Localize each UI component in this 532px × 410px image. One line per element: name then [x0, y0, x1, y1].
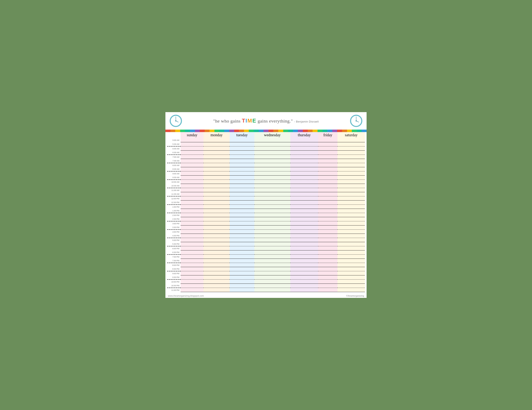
- schedule-cell[interactable]: [254, 250, 290, 255]
- schedule-cell[interactable]: [203, 288, 229, 292]
- schedule-cell[interactable]: [254, 259, 290, 263]
- schedule-cell[interactable]: [254, 238, 290, 242]
- schedule-cell[interactable]: [230, 155, 254, 159]
- schedule-cell[interactable]: [318, 230, 337, 234]
- schedule-cell[interactable]: [337, 267, 365, 271]
- schedule-cell[interactable]: [203, 217, 229, 221]
- schedule-cell[interactable]: [318, 201, 337, 205]
- schedule-cell[interactable]: [318, 234, 337, 238]
- schedule-cell[interactable]: [203, 196, 229, 201]
- schedule-cell[interactable]: [318, 263, 337, 267]
- schedule-cell[interactable]: [337, 250, 365, 255]
- schedule-cell[interactable]: [254, 159, 290, 163]
- schedule-cell[interactable]: [318, 284, 337, 288]
- schedule-cell[interactable]: [203, 180, 229, 184]
- schedule-cell[interactable]: [203, 242, 229, 246]
- schedule-cell[interactable]: [180, 246, 203, 250]
- schedule-cell[interactable]: [337, 159, 365, 163]
- schedule-cell[interactable]: [318, 196, 337, 201]
- schedule-cell[interactable]: [254, 209, 290, 213]
- schedule-cell[interactable]: [230, 171, 254, 176]
- schedule-cell[interactable]: [254, 288, 290, 292]
- schedule-cell[interactable]: [230, 213, 254, 217]
- schedule-cell[interactable]: [337, 242, 365, 246]
- schedule-cell[interactable]: [254, 230, 290, 234]
- schedule-cell[interactable]: [290, 255, 318, 259]
- schedule-cell[interactable]: [290, 234, 318, 238]
- schedule-cell[interactable]: [203, 159, 229, 163]
- schedule-cell[interactable]: [203, 271, 229, 275]
- schedule-cell[interactable]: [337, 142, 365, 146]
- schedule-cell[interactable]: [203, 284, 229, 288]
- schedule-cell[interactable]: [230, 205, 254, 209]
- schedule-cell[interactable]: [337, 209, 365, 213]
- schedule-cell[interactable]: [290, 184, 318, 188]
- schedule-cell[interactable]: [180, 146, 203, 151]
- schedule-cell[interactable]: [318, 267, 337, 271]
- schedule-cell[interactable]: [337, 167, 365, 171]
- schedule-cell[interactable]: [230, 146, 254, 151]
- schedule-cell[interactable]: [180, 230, 203, 234]
- schedule-cell[interactable]: [337, 138, 365, 142]
- schedule-cell[interactable]: [290, 209, 318, 213]
- schedule-cell[interactable]: [337, 155, 365, 159]
- schedule-cell[interactable]: [318, 138, 337, 142]
- schedule-cell[interactable]: [254, 171, 290, 176]
- schedule-cell[interactable]: [337, 280, 365, 284]
- schedule-cell[interactable]: [318, 280, 337, 284]
- schedule-cell[interactable]: [290, 163, 318, 167]
- schedule-cell[interactable]: [290, 171, 318, 176]
- schedule-cell[interactable]: [180, 242, 203, 246]
- schedule-cell[interactable]: [203, 176, 229, 180]
- schedule-cell[interactable]: [203, 163, 229, 167]
- schedule-cell[interactable]: [290, 246, 318, 250]
- schedule-cell[interactable]: [254, 167, 290, 171]
- schedule-cell[interactable]: [318, 184, 337, 188]
- schedule-cell[interactable]: [318, 209, 337, 213]
- schedule-cell[interactable]: [290, 155, 318, 159]
- schedule-cell[interactable]: [230, 188, 254, 192]
- schedule-cell[interactable]: [254, 242, 290, 246]
- schedule-cell[interactable]: [180, 238, 203, 242]
- schedule-cell[interactable]: [318, 271, 337, 275]
- schedule-cell[interactable]: [203, 280, 229, 284]
- schedule-cell[interactable]: [203, 250, 229, 255]
- schedule-cell[interactable]: [230, 246, 254, 250]
- schedule-cell[interactable]: [230, 238, 254, 242]
- schedule-cell[interactable]: [203, 155, 229, 159]
- schedule-cell[interactable]: [254, 155, 290, 159]
- schedule-cell[interactable]: [203, 167, 229, 171]
- schedule-cell[interactable]: [318, 192, 337, 196]
- schedule-cell[interactable]: [290, 230, 318, 234]
- schedule-cell[interactable]: [290, 167, 318, 171]
- schedule-cell[interactable]: [337, 180, 365, 184]
- schedule-cell[interactable]: [254, 146, 290, 151]
- schedule-cell[interactable]: [203, 238, 229, 242]
- schedule-cell[interactable]: [230, 271, 254, 275]
- schedule-cell[interactable]: [203, 188, 229, 192]
- schedule-cell[interactable]: [337, 246, 365, 250]
- schedule-cell[interactable]: [290, 142, 318, 146]
- schedule-cell[interactable]: [318, 159, 337, 163]
- schedule-cell[interactable]: [180, 155, 203, 159]
- schedule-cell[interactable]: [290, 259, 318, 263]
- schedule-cell[interactable]: [180, 255, 203, 259]
- schedule-cell[interactable]: [230, 221, 254, 225]
- schedule-cell[interactable]: [290, 284, 318, 288]
- schedule-cell[interactable]: [230, 217, 254, 221]
- schedule-cell[interactable]: [290, 288, 318, 292]
- schedule-cell[interactable]: [290, 192, 318, 196]
- schedule-cell[interactable]: [203, 225, 229, 230]
- schedule-cell[interactable]: [337, 205, 365, 209]
- schedule-cell[interactable]: [337, 230, 365, 234]
- schedule-cell[interactable]: [203, 205, 229, 209]
- schedule-cell[interactable]: [254, 180, 290, 184]
- schedule-cell[interactable]: [230, 209, 254, 213]
- schedule-cell[interactable]: [290, 196, 318, 201]
- schedule-cell[interactable]: [203, 234, 229, 238]
- schedule-cell[interactable]: [337, 263, 365, 267]
- schedule-cell[interactable]: [230, 176, 254, 180]
- schedule-cell[interactable]: [337, 225, 365, 230]
- schedule-cell[interactable]: [203, 230, 229, 234]
- schedule-cell[interactable]: [180, 225, 203, 230]
